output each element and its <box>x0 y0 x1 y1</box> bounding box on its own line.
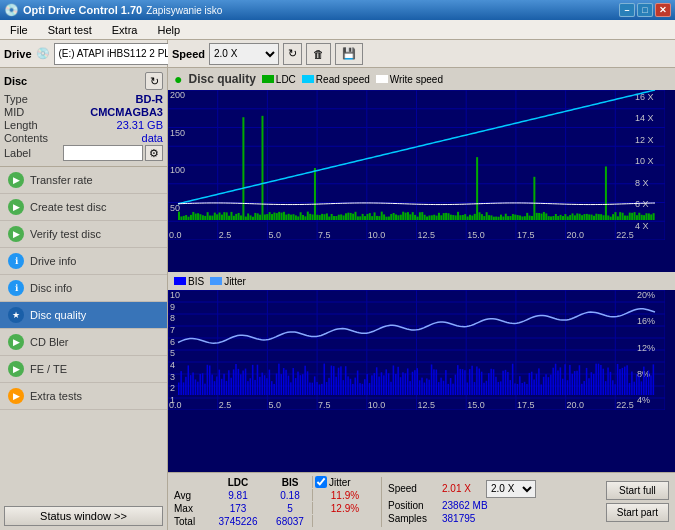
start-buttons: Start full Start part <box>606 481 669 522</box>
jitter-checkbox[interactable] <box>315 476 327 488</box>
stats-separator-2 <box>312 489 313 501</box>
stats-total-ldc: 3745226 <box>208 516 268 527</box>
app-title: Opti Drive Control 1.70 <box>23 4 142 16</box>
position-value: 23862 MB <box>442 500 488 511</box>
position-label: Position <box>388 500 438 511</box>
disc-type-label: Type <box>4 93 28 105</box>
write-speed-color <box>376 75 388 83</box>
sidebar-item-cd-bler[interactable]: ▶ CD Bler <box>0 329 167 356</box>
disc-label-key: Label <box>4 147 31 159</box>
sidebar: Drive 💿 (E:) ATAPI iHBS112 2 PL06 ⏏ Disc… <box>0 40 168 530</box>
speed-label: Speed <box>172 48 205 60</box>
content-area: Speed 2.0 X ↻ 🗑 💾 ● Disc quality LDC Rea… <box>168 40 675 530</box>
disc-panel: Disc ↻ Type BD-R MID CMCMAGBA3 Length 23… <box>0 68 167 167</box>
speed-erase-button[interactable]: 🗑 <box>306 43 331 65</box>
sidebar-label-cd-bler: CD Bler <box>30 336 69 348</box>
stats-row-max-label: Max <box>174 503 206 514</box>
disc-contents-value: data <box>142 132 163 144</box>
legend-jitter-label: Jitter <box>224 276 246 287</box>
stats-row-total-label: Total <box>174 516 206 527</box>
stats-main-separator <box>381 477 382 527</box>
stats-max-bis: 5 <box>270 503 310 514</box>
legend-jitter: Jitter <box>210 276 246 287</box>
disc-label-input[interactable] <box>63 145 143 161</box>
sidebar-label-extra-tests: Extra tests <box>30 390 82 402</box>
stats-footer: LDC BIS Jitter Avg 9.81 0.18 11.9% <box>168 472 675 530</box>
menu-bar: File Start test Extra Help <box>0 20 675 40</box>
title-bar: 💿 Opti Drive Control 1.70 Zapisywanie is… <box>0 0 675 20</box>
sidebar-label-fe-te: FE / TE <box>30 363 67 375</box>
fe-te-icon: ▶ <box>8 361 24 377</box>
legend-read-speed-label: Read speed <box>316 74 370 85</box>
drive-info-icon: ℹ <box>8 253 24 269</box>
top-chart-area <box>168 90 675 272</box>
stats-header-bis: BIS <box>270 477 310 488</box>
stats-separator-4 <box>312 515 313 527</box>
sidebar-item-fe-te[interactable]: ▶ FE / TE <box>0 356 167 383</box>
ldc-color <box>262 75 274 83</box>
speed-stat-label: Speed <box>388 483 438 494</box>
disc-refresh-button[interactable]: ↻ <box>145 72 163 90</box>
speed-bar: Speed 2.0 X ↻ 🗑 💾 <box>168 40 675 68</box>
legend-bis-label: BIS <box>188 276 204 287</box>
legend-write-speed-label: Write speed <box>390 74 443 85</box>
quality-header: ● Disc quality LDC Read speed Write spee… <box>168 68 675 90</box>
quality-panel-title: Disc quality <box>188 72 255 86</box>
stats-max-jitter: 12.9% <box>315 503 375 514</box>
samples-label: Samples <box>388 513 438 524</box>
menu-help[interactable]: Help <box>151 22 186 38</box>
start-part-button[interactable]: Start part <box>606 503 669 522</box>
top-chart-canvas <box>168 90 665 240</box>
sidebar-label-drive-info: Drive info <box>30 255 76 267</box>
sidebar-item-disc-quality[interactable]: ★ Disc quality <box>0 302 167 329</box>
stats-total-bis: 68037 <box>270 516 310 527</box>
jitter-label: Jitter <box>329 477 351 488</box>
disc-contents-label: Contents <box>4 132 48 144</box>
app-icon: 💿 <box>4 3 19 17</box>
speed-stat-value: 2.01 X <box>442 483 482 494</box>
stats-separator-3 <box>312 502 313 514</box>
stats-separator-1 <box>312 476 313 488</box>
disc-title: Disc <box>4 75 27 87</box>
speed-stat-select[interactable]: 2.0 X <box>486 480 536 498</box>
speed-save-button[interactable]: 💾 <box>335 43 363 65</box>
app-subtitle: Zapisywanie isko <box>146 5 222 16</box>
bis-color <box>174 277 186 285</box>
sidebar-item-create-test-disc[interactable]: ▶ Create test disc <box>0 194 167 221</box>
legend-read-speed: Read speed <box>302 74 370 85</box>
speed-refresh-button[interactable]: ↻ <box>283 43 302 65</box>
stats-header-ldc: LDC <box>208 477 268 488</box>
stats-avg-jitter: 11.9% <box>315 490 375 501</box>
disc-label-edit-button[interactable]: ⚙ <box>145 145 163 161</box>
minimize-button[interactable]: – <box>619 3 635 17</box>
start-full-button[interactable]: Start full <box>606 481 669 500</box>
jitter-checkbox-container: Jitter <box>315 476 375 488</box>
sidebar-item-verify-test-disc[interactable]: ▶ Verify test disc <box>0 221 167 248</box>
stats-avg-bis: 0.18 <box>270 490 310 501</box>
drive-bar: Drive 💿 (E:) ATAPI iHBS112 2 PL06 ⏏ <box>0 40 167 68</box>
sidebar-item-drive-info[interactable]: ℹ Drive info <box>0 248 167 275</box>
menu-file[interactable]: File <box>4 22 34 38</box>
transfer-rate-icon: ▶ <box>8 172 24 188</box>
drive-label: Drive <box>4 48 32 60</box>
disc-length-value: 23.31 GB <box>117 119 163 131</box>
status-window-button[interactable]: Status window >> <box>4 506 163 526</box>
bottom-chart-area <box>168 290 675 472</box>
samples-value: 381795 <box>442 513 475 524</box>
jitter-color <box>210 277 222 285</box>
sidebar-nav: ▶ Transfer rate ▶ Create test disc ▶ Ver… <box>0 167 167 502</box>
main-layout: Drive 💿 (E:) ATAPI iHBS112 2 PL06 ⏏ Disc… <box>0 40 675 530</box>
legend-write-speed: Write speed <box>376 74 443 85</box>
sidebar-label-disc-info: Disc info <box>30 282 72 294</box>
maximize-button[interactable]: □ <box>637 3 653 17</box>
stats-row-avg-label: Avg <box>174 490 206 501</box>
close-button[interactable]: ✕ <box>655 3 671 17</box>
speed-select[interactable]: 2.0 X <box>209 43 279 65</box>
menu-starttest[interactable]: Start test <box>42 22 98 38</box>
menu-extra[interactable]: Extra <box>106 22 144 38</box>
charts-container: BIS Jitter <box>168 90 675 472</box>
sidebar-item-extra-tests[interactable]: ▶ Extra tests <box>0 383 167 410</box>
sidebar-item-transfer-rate[interactable]: ▶ Transfer rate <box>0 167 167 194</box>
bottom-chart-canvas <box>168 290 665 410</box>
sidebar-item-disc-info[interactable]: ℹ Disc info <box>0 275 167 302</box>
